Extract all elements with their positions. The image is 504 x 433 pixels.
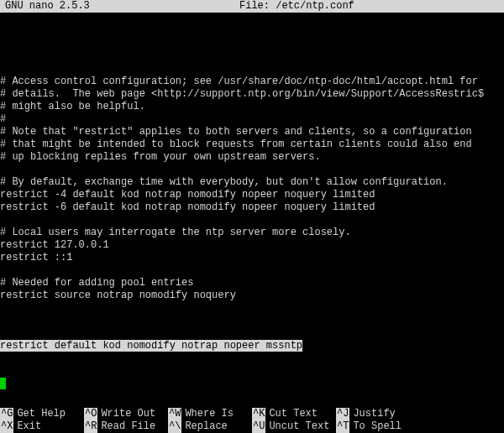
app-name: GNU nano 2.5.3 bbox=[0, 0, 90, 13]
code-line bbox=[0, 214, 504, 227]
shortcut-cut-text[interactable]: ^KCut Text bbox=[252, 408, 336, 420]
code-line bbox=[0, 302, 504, 315]
code-line: restrict -4 default kod notrap nomodify … bbox=[0, 189, 504, 201]
code-line bbox=[0, 264, 504, 277]
code-line: # might also be helpful. bbox=[0, 101, 504, 113]
code-line: # Note that "restrict" applies to both s… bbox=[0, 126, 504, 138]
editor-content[interactable]: # Access control configuration; see /usr… bbox=[0, 13, 504, 408]
shortcut-bar: ^GGet Help ^OWrite Out ^WWhere Is ^KCut … bbox=[0, 408, 504, 433]
shortcut-where-is[interactable]: ^WWhere Is bbox=[168, 408, 252, 420]
shortcut-justify[interactable]: ^JJustify bbox=[336, 408, 420, 420]
shortcut-write-out[interactable]: ^OWrite Out bbox=[84, 408, 168, 420]
shortcut-to-spell[interactable]: ^TTo Spell bbox=[336, 420, 420, 433]
code-line: restrict ::1 bbox=[0, 252, 504, 264]
shortcut-blank2 bbox=[420, 420, 504, 433]
code-line: restrict 127.0.0.1 bbox=[0, 239, 504, 252]
code-line: # By default, exchange time with everybo… bbox=[0, 176, 504, 189]
code-line: # up blocking replies from your own upst… bbox=[0, 151, 504, 164]
code-line: restrict -6 default kod notrap nomodify … bbox=[0, 201, 504, 214]
shortcut-uncut-text[interactable]: ^UUncut Text bbox=[252, 420, 336, 433]
shortcut-read-file[interactable]: ^RRead File bbox=[84, 420, 168, 433]
code-line: # Local users may interrogate the ntp se… bbox=[0, 227, 504, 239]
shortcut-get-help[interactable]: ^GGet Help bbox=[0, 408, 84, 420]
shortcut-exit[interactable]: ^XExit bbox=[0, 420, 84, 433]
code-line: # Access control configuration; see /usr… bbox=[0, 76, 504, 88]
code-line bbox=[0, 164, 504, 176]
cursor bbox=[0, 378, 6, 389]
file-label: File: /etc/ntp.conf bbox=[239, 0, 354, 13]
code-line: # that might be intended to block reques… bbox=[0, 138, 504, 151]
code-line: # bbox=[0, 113, 504, 126]
shortcut-blank bbox=[420, 408, 504, 420]
code-line: # Needed for adding pool entries bbox=[0, 277, 504, 290]
code-line: restrict source notrap nomodify noquery bbox=[0, 290, 504, 302]
nano-editor: GNU nano 2.5.3 File: /etc/ntp.conf # Acc… bbox=[0, 0, 504, 433]
shortcut-replace[interactable]: ^\Replace bbox=[168, 420, 252, 433]
code-line: # details. The web page <http://support.… bbox=[0, 88, 504, 101]
highlighted-line: restrict default kod nomodify notrap nop… bbox=[0, 340, 302, 352]
title-bar: GNU nano 2.5.3 File: /etc/ntp.conf bbox=[0, 0, 504, 13]
